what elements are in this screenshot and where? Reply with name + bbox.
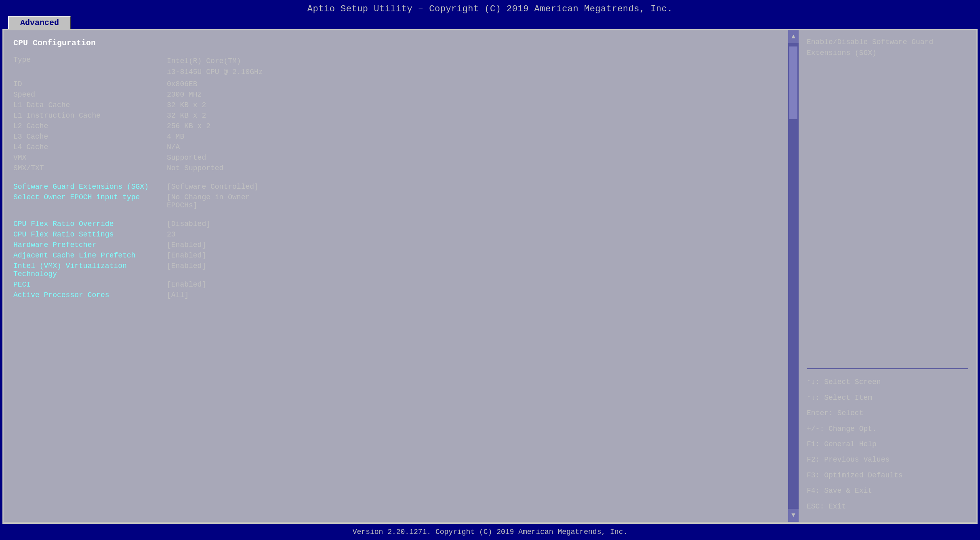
- right-panel: Enable/Disable Software Guard Extensions…: [799, 30, 976, 522]
- value-flex-settings: 23: [167, 230, 176, 238]
- value-l1-instr: 32 KB x 2: [167, 112, 206, 120]
- tab-advanced[interactable]: Advanced: [8, 16, 71, 29]
- scrollbar[interactable]: ▲ ▼: [788, 30, 799, 522]
- value-type: Intel(R) Core(TM)i3-8145U CPU @ 2.10GHz: [167, 56, 263, 78]
- label-l2: L2 Cache: [13, 122, 167, 130]
- scrollbar-up-arrow[interactable]: ▲: [788, 30, 799, 43]
- tab-row: Advanced: [0, 16, 980, 29]
- value-l4: N/A: [167, 143, 180, 151]
- desc-esc: Exit: [829, 502, 846, 510]
- value-peci: [Enabled]: [167, 281, 206, 289]
- desc-select-item: Select Item: [824, 394, 872, 402]
- info-row-type: Type Intel(R) Core(TM)i3-8145U CPU @ 2.1…: [13, 56, 778, 78]
- value-adj-prefetch: [Enabled]: [167, 251, 206, 259]
- value-vmx-virt: [Enabled]: [167, 262, 206, 278]
- desc-f1: General Help: [824, 440, 877, 448]
- left-panel: CPU Configuration Type Intel(R) Core(TM)…: [4, 30, 788, 522]
- shortcuts-section: ↑↓: Select Screen ↑↓: Select Item Enter:…: [807, 375, 968, 515]
- title-text: Aptio Setup Utility – Copyright (C) 2019…: [307, 4, 673, 14]
- selectable-row-vmx-virt[interactable]: Intel (VMX) VirtualizationTechnology [En…: [13, 262, 778, 278]
- value-epoch: [No Change in OwnerEPOCHs]: [167, 193, 250, 209]
- section-title: CPU Configuration: [13, 38, 778, 48]
- shortcut-esc: ESC: Exit: [807, 500, 968, 513]
- value-flex-override: [Disabled]: [167, 220, 210, 228]
- selectable-row-sgx[interactable]: Software Guard Extensions (SGX) [Softwar…: [13, 183, 778, 191]
- desc-f2: Previous Values: [824, 456, 890, 464]
- main-content: CPU Configuration Type Intel(R) Core(TM)…: [2, 29, 978, 523]
- key-enter: Enter:: [807, 409, 837, 417]
- value-proc-cores: [All]: [167, 291, 189, 299]
- label-l1-data: L1 Data Cache: [13, 101, 167, 109]
- info-row-l4: L4 Cache N/A: [13, 143, 778, 151]
- info-row-vmx: VMX Supported: [13, 154, 778, 162]
- shortcut-f3: F3: Optimized Defaults: [807, 469, 968, 482]
- label-sgx: Software Guard Extensions (SGX): [13, 183, 167, 191]
- selectable-row-peci[interactable]: PECI [Enabled]: [13, 281, 778, 289]
- key-updown: ↑↓:: [807, 394, 824, 402]
- desc-f4: Save & Exit: [824, 487, 872, 495]
- info-row-l1-instr: L1 Instruction Cache 32 KB x 2: [13, 112, 778, 120]
- shortcut-enter: Enter: Select: [807, 407, 968, 420]
- value-id: 0x806EB: [167, 80, 198, 88]
- shortcut-change: +/-: Change Opt.: [807, 422, 968, 435]
- label-epoch: Select Owner EPOCH input type: [13, 193, 167, 209]
- value-l3: 4 MB: [167, 133, 184, 141]
- label-adj-prefetch: Adjacent Cache Line Prefetch: [13, 251, 167, 259]
- label-peci: PECI: [13, 281, 167, 289]
- help-divider: [807, 368, 968, 369]
- key-f2: F2:: [807, 456, 824, 464]
- selectable-row-adj-prefetch[interactable]: Adjacent Cache Line Prefetch [Enabled]: [13, 251, 778, 259]
- key-esc: ESC:: [807, 502, 829, 510]
- help-description: Enable/Disable Software Guard Extensions…: [807, 37, 968, 59]
- info-row-l1-data: L1 Data Cache 32 KB x 2: [13, 101, 778, 109]
- key-plusminus: +/-:: [807, 425, 829, 433]
- key-f4: F4:: [807, 487, 824, 495]
- info-row-l3: L3 Cache 4 MB: [13, 133, 778, 141]
- label-proc-cores: Active Processor Cores: [13, 291, 167, 299]
- label-l3: L3 Cache: [13, 133, 167, 141]
- value-speed: 2300 MHz: [167, 91, 202, 99]
- selectable-row-hw-prefetch[interactable]: Hardware Prefetcher [Enabled]: [13, 241, 778, 249]
- label-id: ID: [13, 80, 167, 88]
- desc-enter: Select: [837, 409, 864, 417]
- footer: Version 2.20.1271. Copyright (C) 2019 Am…: [2, 523, 978, 540]
- value-vmx: Supported: [167, 154, 206, 162]
- label-hw-prefetch: Hardware Prefetcher: [13, 241, 167, 249]
- selectable-row-flex-override[interactable]: CPU Flex Ratio Override [Disabled]: [13, 220, 778, 228]
- scrollbar-down-arrow[interactable]: ▼: [788, 509, 799, 522]
- label-speed: Speed: [13, 91, 167, 99]
- label-l4: L4 Cache: [13, 143, 167, 151]
- title-bar: Aptio Setup Utility – Copyright (C) 2019…: [0, 0, 980, 16]
- label-smx: SMX/TXT: [13, 164, 167, 172]
- shortcut-f2: F2: Previous Values: [807, 453, 968, 466]
- key-f1: F1:: [807, 440, 824, 448]
- value-hw-prefetch: [Enabled]: [167, 241, 206, 249]
- scrollbar-track[interactable]: [788, 43, 799, 509]
- label-l1-instr: L1 Instruction Cache: [13, 112, 167, 120]
- scrollbar-handle[interactable]: [789, 46, 797, 119]
- info-row-l2: L2 Cache 256 KB x 2: [13, 122, 778, 130]
- label-vmx-virt: Intel (VMX) VirtualizationTechnology: [13, 262, 167, 278]
- shortcut-select-item: ↑↓: Select Item: [807, 391, 968, 404]
- footer-text: Version 2.20.1271. Copyright (C) 2019 Am…: [353, 528, 628, 536]
- desc-f3: Optimized Defaults: [824, 471, 902, 479]
- label-flex-settings: CPU Flex Ratio Settings: [13, 230, 167, 238]
- key-arrows: ↑↓:: [807, 378, 824, 386]
- value-l1-data: 32 KB x 2: [167, 101, 206, 109]
- bios-setup-screen: Aptio Setup Utility – Copyright (C) 2019…: [0, 0, 980, 540]
- shortcut-f4: F4: Save & Exit: [807, 484, 968, 497]
- label-type: Type: [13, 56, 167, 78]
- selectable-row-epoch[interactable]: Select Owner EPOCH input type [No Change…: [13, 193, 778, 209]
- value-l2: 256 KB x 2: [167, 122, 210, 130]
- selectable-row-proc-cores[interactable]: Active Processor Cores [All]: [13, 291, 778, 299]
- desc-change: Change Opt.: [829, 425, 877, 433]
- selectable-row-flex-settings[interactable]: CPU Flex Ratio Settings 23: [13, 230, 778, 238]
- shortcut-f1: F1: General Help: [807, 438, 968, 451]
- label-flex-override: CPU Flex Ratio Override: [13, 220, 167, 228]
- value-smx: Not Supported: [167, 164, 223, 172]
- desc-select-screen: Select Screen: [824, 378, 881, 386]
- left-panel-container: CPU Configuration Type Intel(R) Core(TM)…: [4, 30, 799, 522]
- info-row-smx: SMX/TXT Not Supported: [13, 164, 778, 172]
- label-vmx: VMX: [13, 154, 167, 162]
- value-sgx: [Software Controlled]: [167, 183, 259, 191]
